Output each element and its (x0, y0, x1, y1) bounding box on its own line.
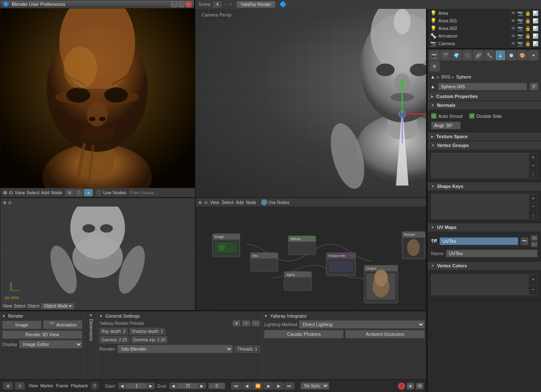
area002-render-icon[interactable]: 📊 (533, 26, 538, 31)
area001-render-icon[interactable]: 📊 (533, 18, 538, 24)
bl3d-mode-select[interactable]: Object Mode ▾ (41, 303, 74, 309)
camera-cam-icon[interactable]: 📷 (517, 41, 523, 46)
outliner-row-camera[interactable]: 📷 Camera 👁 📷 🔒 📊 (428, 40, 541, 47)
uvmap-name-input[interactable] (440, 237, 518, 245)
presets-dropdown[interactable]: ▾ (232, 320, 240, 327)
ne-icon2[interactable]: ⊙ (204, 200, 208, 205)
area-lock-icon[interactable]: 🔒 (525, 11, 531, 16)
gamma-field[interactable]: Gamma: 2.20 (99, 336, 129, 343)
uv-maps-header[interactable]: ▼ UV Maps (428, 223, 541, 231)
area-eye-icon[interactable]: 👁 (511, 11, 516, 16)
texture-space-header[interactable]: ▶ Texture Space (428, 132, 541, 141)
tl-record-btn[interactable] (398, 383, 405, 389)
tl-marker-menu[interactable]: Marker (41, 384, 54, 388)
presets-remove[interactable]: − (251, 320, 260, 327)
lighting-method-select[interactable]: Direct Lighting (299, 320, 425, 329)
add-menu[interactable]: Add (41, 190, 49, 195)
f-button[interactable]: F (530, 83, 538, 90)
use-nodes-checkbox[interactable] (96, 190, 102, 196)
tl-end-field[interactable] (177, 383, 198, 389)
vg-move-btn[interactable]: ↓ (529, 170, 537, 178)
custom-properties-header[interactable]: ▶ Custom Properties (428, 92, 541, 101)
bl3d-view-menu[interactable]: View (3, 304, 12, 308)
threads-field[interactable]: Threads: 1 (235, 346, 260, 353)
node-graph[interactable]: Image Mix Diffuse Oc (196, 207, 426, 310)
tl-start-field[interactable] (126, 383, 147, 389)
bl3d-icon2[interactable]: ⊙ (8, 200, 11, 205)
object-icon-btn[interactable]: ⬡ (462, 50, 473, 60)
area002-lock-icon[interactable]: 🔒 (525, 26, 531, 31)
shape-keys-header[interactable]: ▼ Shape Keys (428, 182, 541, 191)
uvmap-camera-btn[interactable]: 📷 (521, 237, 528, 245)
render-icon-btn[interactable]: 📷 (429, 50, 440, 60)
tl-step-back[interactable]: ◀ (242, 382, 251, 389)
minimize-button[interactable]: ─ (171, 1, 177, 7)
area002-cam-icon[interactable]: 📷 (517, 26, 523, 31)
close-button[interactable]: ✕ (186, 1, 191, 7)
sk-add-btn[interactable]: + (529, 194, 537, 202)
lp-active-btn[interactable]: ◈ (84, 189, 93, 196)
angle-input[interactable] (431, 122, 461, 129)
select-menu[interactable]: Select (27, 190, 40, 195)
render-3d-view-btn[interactable]: Render 3D View (2, 330, 82, 339)
armature-lock-icon[interactable]: 🔒 (525, 33, 531, 39)
tl-playback-menu[interactable]: Playback (71, 384, 88, 388)
area-render-icon[interactable]: 📊 (533, 11, 538, 16)
auto-smooth-label[interactable]: ✓ Auto Smoot (431, 113, 462, 119)
ne-node-menu[interactable]: Node (246, 200, 256, 205)
area-cam-icon[interactable]: 📷 (517, 11, 523, 16)
particles-icon-btn[interactable]: ✦ (528, 50, 538, 60)
area001-eye-icon[interactable]: 👁 (511, 18, 516, 24)
bl3d-object-menu[interactable]: Object (27, 304, 39, 308)
scene-icon-btn[interactable]: 🎬 (440, 50, 451, 60)
tl-sync-select[interactable]: No Sync (301, 382, 329, 389)
caustic-photons-btn[interactable]: Caustic Photons (264, 330, 344, 338)
physics-icon-btn[interactable]: ⚙ (429, 61, 440, 71)
auto-smooth-checkbox[interactable]: ✓ (431, 113, 437, 119)
bl-3d-content[interactable]: (0) IRIS (0, 207, 195, 302)
ne-use-nodes-checkbox[interactable] (261, 199, 267, 205)
tl-end-prev[interactable]: ◀ (169, 383, 177, 389)
area001-cam-icon[interactable]: 📷 (517, 18, 523, 24)
vc-add-btn[interactable]: + (529, 275, 537, 285)
bl3d-icon[interactable]: ⊕ (3, 200, 6, 205)
render-image-btn[interactable]: Image (2, 321, 41, 329)
breadcrumb-sphere[interactable]: Sphere (456, 74, 471, 79)
tl-icon-btn[interactable]: ⊕ (3, 382, 13, 389)
tl-clock-icon[interactable]: ⏱ (90, 382, 99, 390)
lp-view-btn[interactable]: ⊞ (66, 189, 74, 196)
tl-extra-btn2[interactable]: ⚙ (416, 383, 424, 389)
shadow-depth-field[interactable]: Shadow depth: 2 (129, 328, 165, 335)
area002-eye-icon[interactable]: 👁 (511, 26, 516, 31)
uvmap-add-btn[interactable]: + (531, 235, 538, 241)
material-icon-btn[interactable]: ⬢ (506, 50, 516, 60)
ne-icon[interactable]: ⊕ (198, 200, 202, 205)
camera-eye-icon[interactable]: 👁 (511, 41, 516, 46)
uvmap-remove-btn[interactable]: − (531, 242, 538, 247)
tl-start-prev[interactable]: ◀ (118, 383, 126, 389)
tl-jump-end[interactable]: ⏭ (284, 382, 295, 389)
tl-jump-start[interactable]: ⏮ (231, 382, 241, 389)
ne-add-menu[interactable]: Add (236, 200, 243, 205)
outliner-row-armature[interactable]: 🦴 Armature 👁 📷 🔒 📊 (428, 32, 541, 40)
world-icon-btn[interactable]: 🌍 (451, 50, 462, 60)
double-side-checkbox[interactable]: ✓ (469, 113, 475, 119)
armature-eye-icon[interactable]: 👁 (511, 33, 516, 39)
tl-start-next[interactable]: ▶ (147, 383, 155, 389)
tl-play-reverse[interactable]: ⏪ (252, 382, 263, 389)
armature-cam-icon[interactable]: 📷 (517, 33, 523, 39)
outliner-row-area[interactable]: 💡 Area 👁 📷 🔒 📊 (428, 9, 541, 17)
display-select[interactable]: Image Editor (19, 340, 82, 348)
ray-depth-field[interactable]: Ray depth: 2 (99, 328, 128, 335)
obj-name-input[interactable] (438, 83, 527, 90)
modifier-icon-btn[interactable]: 🔧 (484, 50, 495, 60)
tl-step-fwd[interactable]: ▶ (274, 382, 284, 389)
vertex-colors-header[interactable]: ▼ Vertex Colors (428, 261, 541, 270)
presets-add[interactable]: + (242, 320, 250, 327)
tl-extra-btn1[interactable]: ◈ (407, 383, 414, 389)
tl-view-menu[interactable]: View (29, 384, 38, 388)
tl-current-frame[interactable] (208, 383, 225, 389)
tl-play[interactable]: ▶ (264, 382, 273, 389)
constraints-icon-btn[interactable]: 🔗 (473, 50, 484, 60)
camera-lock-icon[interactable]: 🔒 (525, 41, 531, 46)
